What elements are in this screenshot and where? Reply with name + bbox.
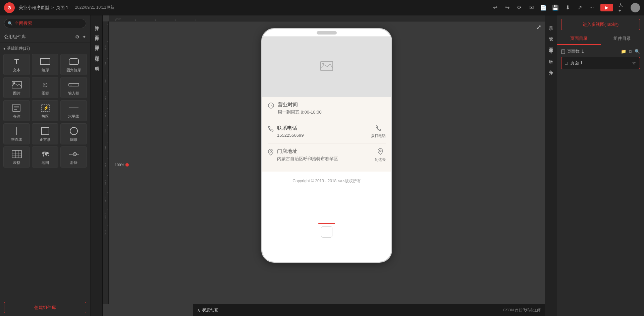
user-plus-icon[interactable]: 人+ bbox=[619, 4, 625, 11]
page-count-icon bbox=[561, 49, 566, 54]
component-round-rect[interactable]: 圆角矩形 bbox=[60, 54, 87, 75]
app-logo[interactable]: ⊙ bbox=[4, 2, 15, 13]
hours-title: 营业时间 bbox=[278, 102, 386, 108]
side-tab-help[interactable]: 帮助 bbox=[91, 59, 102, 68]
rect-icon bbox=[39, 57, 51, 66]
page-item-star[interactable]: ☆ bbox=[632, 60, 636, 66]
side-tab-image-lib[interactable]: 图片库 bbox=[91, 38, 102, 48]
round-rect-label: 圆角矩形 bbox=[66, 68, 81, 73]
right-panel-tabs: 页面目录 组件目录 bbox=[557, 33, 644, 45]
right-tab-directory[interactable]: 目录 bbox=[545, 18, 557, 29]
svg-text:600: 600 bbox=[104, 46, 107, 50]
tab-page-directory[interactable]: 页面目录 bbox=[557, 33, 601, 45]
more-icon[interactable]: ··· bbox=[588, 4, 595, 11]
page-search-icon[interactable]: 🔍 bbox=[635, 49, 640, 54]
input-label: 输入框 bbox=[68, 91, 79, 96]
component-hotspot[interactable]: ⚡ 热区 bbox=[32, 100, 58, 121]
canvas-inner: 营业时间 周一到周五 8:00-18:00 联系电话 bbox=[109, 21, 545, 304]
svg-point-15 bbox=[70, 127, 77, 135]
redo-icon[interactable]: ↪ bbox=[504, 4, 511, 11]
section-title[interactable]: ▾ 基础组件(17) bbox=[3, 46, 87, 51]
save-local-icon[interactable]: 💾 bbox=[552, 4, 559, 11]
right-tab-settings[interactable]: 设置 bbox=[545, 29, 557, 40]
address-title: 门店地址 bbox=[277, 148, 371, 154]
export-icon[interactable]: ⬇ bbox=[564, 4, 571, 11]
history-icon[interactable]: ⟳ bbox=[516, 4, 523, 11]
svg-point-22 bbox=[73, 152, 76, 156]
component-rect[interactable]: 矩形 bbox=[32, 54, 58, 75]
undo-icon[interactable]: ↩ bbox=[492, 4, 498, 11]
navigate-label: 到这去 bbox=[375, 157, 386, 162]
breadcrumb: 美业小程序原型 > 页面 1 bbox=[19, 5, 68, 11]
component-square[interactable]: 正方形 bbox=[32, 123, 58, 144]
component-icon-item[interactable]: ☺ 图标 bbox=[32, 77, 58, 98]
phone-mockup: 营业时间 周一到周五 8:00-18:00 联系电话 bbox=[261, 28, 392, 263]
phone-home-indicator bbox=[318, 223, 335, 224]
phone-home-button[interactable] bbox=[321, 226, 332, 238]
share-icon[interactable]: ↗ bbox=[576, 4, 583, 11]
right-tab-notes[interactable]: 备注 bbox=[545, 62, 557, 73]
svg-text:750: 750 bbox=[104, 96, 107, 100]
comment-icon[interactable]: ✉ bbox=[528, 4, 535, 11]
svg-point-3 bbox=[13, 82, 15, 84]
phone-title: 联系电话 bbox=[277, 125, 368, 131]
address-icon bbox=[268, 149, 274, 157]
library-settings-icon[interactable]: ⚙ bbox=[75, 34, 79, 40]
navigate-action[interactable]: 到这去 bbox=[375, 148, 386, 162]
phone-bottom-area bbox=[262, 221, 391, 240]
svg-text:1050: 1050 bbox=[104, 196, 107, 202]
component-note[interactable]: 备注 bbox=[3, 100, 30, 121]
play-button[interactable]: ▶ bbox=[600, 4, 613, 11]
hours-sub: 周一到周五 8:00-18:00 bbox=[278, 109, 386, 115]
library-gear-icon[interactable]: ✦ bbox=[82, 34, 86, 40]
canvas-area: 500 50 600 650 700 750 bbox=[103, 15, 545, 316]
component-text[interactable]: T 文本 bbox=[3, 54, 30, 75]
side-tab-ref-component[interactable]: 引用组件 bbox=[91, 48, 102, 59]
page-copy-icon[interactable]: ⧉ bbox=[629, 49, 632, 54]
side-tab-component-lib[interactable]: 组件库 bbox=[91, 18, 102, 28]
component-slider[interactable]: 滑块 bbox=[60, 146, 87, 168]
right-tab-page-events[interactable]: 页面事件 bbox=[545, 40, 557, 52]
component-map[interactable]: 🗺 地图 bbox=[32, 146, 58, 168]
svg-point-64 bbox=[379, 150, 381, 152]
page-add-icon[interactable]: 📁 bbox=[621, 49, 626, 54]
component-vline[interactable]: 垂直线 bbox=[3, 123, 30, 144]
svg-text:650: 650 bbox=[104, 62, 107, 66]
address-text: 门店地址 内蒙古自治区呼和浩特市赛罕区 bbox=[277, 148, 371, 162]
address-sub: 内蒙古自治区呼和浩特市赛罕区 bbox=[277, 156, 371, 162]
page-item[interactable]: □ 页面 1 ☆ bbox=[561, 57, 640, 69]
search-section: 🔍 全网搜索 bbox=[0, 15, 90, 31]
status-animation-toggle[interactable]: ∧ 状态动画 bbox=[197, 307, 218, 313]
component-table[interactable]: 表格 bbox=[3, 146, 30, 168]
create-library-button[interactable]: 创建组件库 bbox=[4, 302, 86, 313]
round-rect-icon bbox=[68, 57, 80, 66]
component-circle[interactable]: 圆形 bbox=[60, 123, 87, 144]
side-tab-page-lib[interactable]: 页面库 bbox=[91, 28, 102, 38]
component-input[interactable]: ··· 输入框 bbox=[60, 77, 87, 98]
component-image[interactable]: 图片 bbox=[3, 77, 30, 98]
note-label: 备注 bbox=[13, 114, 20, 119]
multi-view-button[interactable]: 进入多视图(Tab键) bbox=[561, 19, 640, 30]
fullscreen-button[interactable]: ⤢ bbox=[536, 23, 541, 31]
global-search-bar[interactable]: 🔍 全网搜索 bbox=[4, 19, 86, 28]
svg-text:950: 950 bbox=[104, 163, 107, 167]
status-bar-credit: CSDN @低代码布道师 bbox=[503, 308, 541, 313]
collapse-icon: ▾ bbox=[3, 46, 5, 51]
component-hline[interactable]: 水平线 bbox=[60, 100, 87, 121]
avatar[interactable] bbox=[631, 3, 640, 12]
toggle-chevron-icon: ∧ bbox=[197, 308, 200, 313]
svg-text:700: 700 bbox=[104, 79, 107, 83]
note-icon bbox=[11, 103, 23, 113]
call-action[interactable]: 拨打电话 bbox=[371, 125, 386, 138]
hotspot-label: 热区 bbox=[42, 114, 49, 119]
tab-component-directory[interactable]: 组件目录 bbox=[601, 33, 644, 45]
image-label: 图片 bbox=[13, 91, 20, 96]
breadcrumb-page: 页面 1 bbox=[56, 5, 68, 11]
svg-rect-0 bbox=[41, 59, 50, 65]
info-row-address: 门店地址 内蒙古自治区呼和浩特市赛罕区 到这去 bbox=[268, 148, 386, 162]
hline-label: 水平线 bbox=[68, 114, 79, 119]
slider-label: 滑块 bbox=[70, 160, 77, 165]
document-icon[interactable]: 📄 bbox=[540, 4, 547, 11]
right-tab-version[interactable]: 版本 bbox=[545, 52, 557, 62]
svg-text:···: ··· bbox=[70, 84, 72, 86]
